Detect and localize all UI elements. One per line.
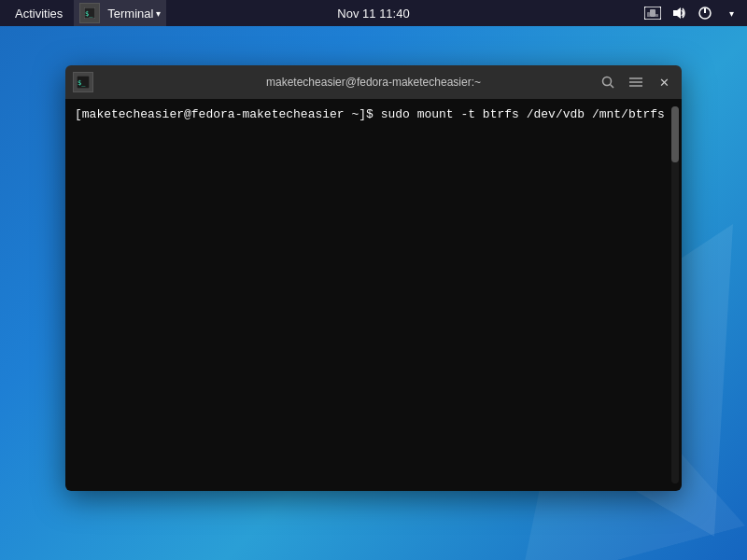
terminal-titlebar: $_ maketecheasier@fedora-maketecheasier:… [65,65,682,99]
menu-button[interactable] [626,72,646,92]
terminal-command-line: [maketecheasier@fedora-maketecheasier ~]… [75,106,672,123]
svg-marker-6 [673,7,681,19]
svg-rect-3 [650,9,655,17]
terminal-title: maketecheasier@fedora-maketecheasier:~ [266,76,481,89]
terminal-app-icon: $_ [79,3,100,23]
scrollbar-thumb[interactable] [671,106,679,162]
activities-button[interactable]: Activities [7,7,70,21]
terminal-body[interactable]: [maketecheasier@fedora-maketecheasier ~]… [65,99,682,491]
volume-icon[interactable] [670,5,687,21]
svg-line-12 [611,85,614,89]
svg-point-11 [603,77,612,86]
terminal-scrollbar[interactable] [671,106,679,483]
terminal-window-icon[interactable]: $_ [73,72,93,92]
close-button[interactable]: ✕ [654,72,674,92]
topbar-right-controls: ▾ [644,5,740,21]
terminal-window: $_ maketecheasier@fedora-maketecheasier:… [65,65,682,491]
power-icon[interactable] [697,5,713,21]
system-menu-arrow[interactable]: ▾ [723,5,740,21]
topbar: Activities $_ Terminal ▾ Nov 11 11:40 [0,0,747,26]
svg-text:$_: $_ [78,79,86,87]
titlebar-controls: ✕ [598,72,674,92]
terminal-dropdown-arrow: ▾ [156,8,161,19]
terminal-app-button[interactable]: $_ Terminal ▾ [74,0,166,26]
system-clock: Nov 11 11:40 [337,7,409,21]
svg-text:$_: $_ [85,10,93,18]
terminal-app-label: Terminal [107,7,153,21]
network-icon[interactable] [644,5,661,21]
svg-rect-5 [655,14,658,17]
svg-rect-4 [647,12,650,17]
search-button[interactable] [598,72,618,92]
